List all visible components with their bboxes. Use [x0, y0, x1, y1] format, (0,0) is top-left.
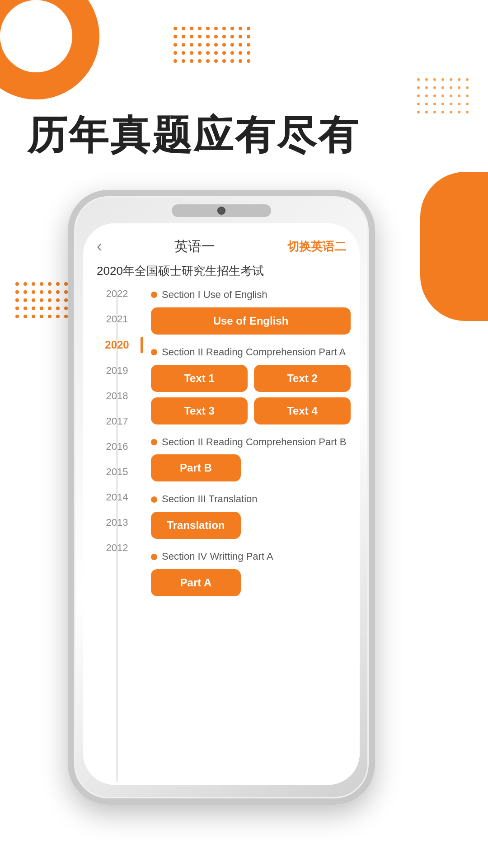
year-2014[interactable]: 2014 — [92, 491, 142, 503]
section5-label: Section IV Writting Part A — [162, 550, 273, 564]
app-subtitle: 2020年全国硕士研究生招生考试 — [92, 263, 351, 279]
section3-label: Section II Reading Comprehension Part B — [162, 435, 346, 449]
text2-button[interactable]: Text 2 — [254, 365, 351, 392]
year-2017[interactable]: 2017 — [92, 415, 142, 427]
use-of-english-button[interactable]: Use of English — [151, 307, 351, 335]
page-headline: 历年真题应有尽有 — [27, 108, 360, 162]
year-2022[interactable]: 2022 — [92, 288, 142, 300]
part-b-button[interactable]: Part B — [151, 454, 241, 481]
text1-button[interactable]: Text 1 — [151, 365, 248, 392]
section-translation: Section III Translation Translation — [151, 492, 351, 539]
section-use-of-english: Section I Use of English Use of English — [151, 288, 351, 335]
section2-buttons-row2: Text 3 Text 4 — [151, 397, 351, 425]
phone-screen: ‹ 英语一 切换英语二 2020年全国硕士研究生招生考试 2022 — [83, 223, 360, 785]
section4-label: Section III Translation — [162, 492, 258, 506]
year-2018[interactable]: 2018 — [92, 390, 142, 402]
section1-buttons: Use of English — [151, 307, 351, 335]
section3-buttons: Part B — [151, 454, 351, 481]
section2-label: Section II Reading Comprehension Part A — [162, 345, 346, 359]
phone-notch — [172, 204, 271, 217]
text3-button[interactable]: Text 3 — [151, 397, 248, 425]
translation-button[interactable]: Translation — [151, 512, 241, 539]
section2-buttons-row1: Text 1 Text 2 — [151, 365, 351, 392]
year-2013[interactable]: 2013 — [92, 517, 142, 528]
text4-button[interactable]: Text 4 — [254, 397, 351, 425]
phone-mockup: ‹ 英语一 切换英语二 2020年全国硕士研究生招生考试 2022 — [45, 190, 398, 823]
section-writing-part-a: Section IV Writting Part A Part A — [151, 550, 351, 596]
year-2016[interactable]: 2016 — [92, 441, 142, 453]
year-2020[interactable]: 2020 — [92, 339, 142, 351]
year-timeline: 2022 2021 2020 — [92, 288, 142, 782]
phone-outer: ‹ 英语一 切换英语二 2020年全国硕士研究生招生考试 2022 — [68, 190, 375, 805]
year-2021[interactable]: 2021 — [92, 313, 142, 325]
year-2019[interactable]: 2019 — [92, 365, 142, 377]
section-dot-3 — [151, 439, 157, 445]
section1-label: Section I Use of English — [162, 288, 267, 302]
section4-buttons: Translation — [151, 512, 351, 539]
section-reading-part-b: Section II Reading Comprehension Part B … — [151, 435, 351, 482]
section-dot-1 — [151, 292, 157, 298]
bg-circle-decoration — [0, 0, 99, 99]
app-content: ‹ 英语一 切换英语二 2020年全国硕士研究生招生考试 2022 — [83, 223, 360, 785]
app-title: 英语一 — [174, 237, 215, 256]
section-reading-part-a: Section II Reading Comprehension Part A … — [151, 345, 351, 425]
year-2015[interactable]: 2015 — [92, 466, 142, 478]
section5-buttons: Part A — [151, 569, 351, 596]
active-year-indicator — [141, 337, 143, 353]
switch-language-button[interactable]: 切换英语二 — [287, 239, 346, 255]
year-2012[interactable]: 2012 — [92, 542, 142, 554]
back-button[interactable]: ‹ — [97, 237, 102, 256]
bg-dots-top-center — [172, 25, 262, 70]
section-dot-5 — [151, 554, 157, 560]
bg-orange-shape-upper — [420, 172, 488, 321]
bg-dots-top-right — [416, 77, 474, 118]
app-main-layout: 2022 2021 2020 — [92, 288, 351, 782]
phone-camera — [217, 207, 225, 215]
section-dot-4 — [151, 496, 157, 503]
part-a-button[interactable]: Part A — [151, 569, 241, 596]
sections-content: Section I Use of English Use of English … — [142, 288, 351, 782]
section-dot-2 — [151, 349, 157, 355]
app-header: ‹ 英语一 切换英语二 — [92, 237, 351, 256]
